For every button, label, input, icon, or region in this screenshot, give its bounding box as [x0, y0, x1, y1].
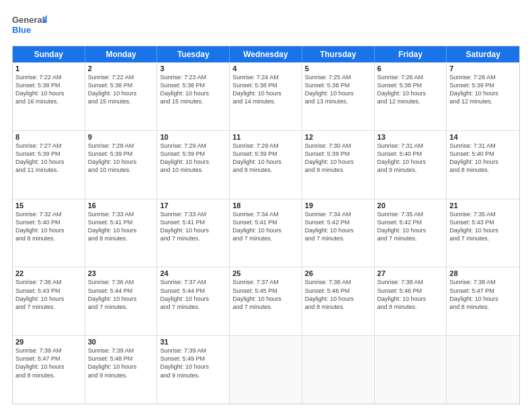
cal-week-1: 1Sunrise: 7:22 AM Sunset: 5:38 PM Daylig…	[13, 62, 519, 131]
day-info: Sunrise: 7:33 AM Sunset: 5:41 PM Dayligh…	[88, 210, 154, 243]
cal-day-17: 17Sunrise: 7:33 AM Sunset: 5:41 PM Dayli…	[157, 199, 230, 267]
day-info: Sunrise: 7:37 AM Sunset: 5:45 PM Dayligh…	[232, 278, 299, 311]
day-number: 28	[449, 269, 517, 277]
day-number: 31	[160, 338, 226, 346]
cal-day-9: 9Sunrise: 7:28 AM Sunset: 5:39 PM Daylig…	[85, 131, 158, 199]
cal-day-27: 27Sunrise: 7:38 AM Sunset: 5:46 PM Dayli…	[375, 267, 447, 335]
cal-day-3: 3Sunrise: 7:23 AM Sunset: 5:38 PM Daylig…	[157, 62, 230, 130]
day-number: 1	[15, 64, 82, 73]
calendar-body: 1Sunrise: 7:22 AM Sunset: 5:38 PM Daylig…	[13, 62, 519, 404]
cal-header-monday: Monday	[85, 46, 158, 62]
day-number: 20	[378, 201, 444, 210]
day-number: 18	[232, 201, 299, 210]
day-number: 12	[305, 133, 371, 141]
day-number: 14	[449, 133, 517, 141]
day-info: Sunrise: 7:29 AM Sunset: 5:39 PM Dayligh…	[160, 142, 226, 175]
calendar: SundayMondayTuesdayWednesdayThursdayFrid…	[12, 46, 520, 404]
logo-icon: General Blue	[12, 11, 47, 38]
cal-week-3: 15Sunrise: 7:32 AM Sunset: 5:40 PM Dayli…	[13, 199, 519, 268]
cal-day-25: 25Sunrise: 7:37 AM Sunset: 5:45 PM Dayli…	[230, 267, 302, 335]
day-number: 30	[88, 338, 154, 346]
day-info: Sunrise: 7:25 AM Sunset: 5:38 PM Dayligh…	[305, 73, 371, 106]
cal-header-sunday: Sunday	[13, 46, 85, 62]
cal-day-20: 20Sunrise: 7:35 AM Sunset: 5:42 PM Dayli…	[375, 199, 447, 267]
cal-day-empty	[447, 336, 519, 404]
cal-header-friday: Friday	[375, 46, 447, 62]
day-info: Sunrise: 7:30 AM Sunset: 5:39 PM Dayligh…	[305, 142, 371, 175]
day-info: Sunrise: 7:32 AM Sunset: 5:40 PM Dayligh…	[15, 210, 82, 243]
day-number: 10	[160, 133, 226, 141]
day-info: Sunrise: 7:38 AM Sunset: 5:46 PM Dayligh…	[378, 278, 444, 311]
day-info: Sunrise: 7:36 AM Sunset: 5:44 PM Dayligh…	[88, 278, 154, 311]
svg-text:Blue: Blue	[12, 25, 31, 35]
cal-header-tuesday: Tuesday	[157, 46, 230, 62]
day-info: Sunrise: 7:33 AM Sunset: 5:41 PM Dayligh…	[160, 210, 226, 243]
day-info: Sunrise: 7:27 AM Sunset: 5:39 PM Dayligh…	[15, 142, 82, 175]
day-info: Sunrise: 7:31 AM Sunset: 5:40 PM Dayligh…	[378, 142, 444, 175]
day-number: 26	[305, 269, 371, 277]
cal-week-5: 29Sunrise: 7:39 AM Sunset: 5:47 PM Dayli…	[13, 336, 519, 404]
day-number: 3	[160, 64, 226, 73]
cal-day-24: 24Sunrise: 7:37 AM Sunset: 5:44 PM Dayli…	[157, 267, 230, 335]
day-info: Sunrise: 7:24 AM Sunset: 5:38 PM Dayligh…	[232, 73, 299, 106]
day-info: Sunrise: 7:39 AM Sunset: 5:48 PM Dayligh…	[88, 347, 154, 379]
day-number: 16	[88, 201, 154, 210]
cal-day-29: 29Sunrise: 7:39 AM Sunset: 5:47 PM Dayli…	[13, 336, 85, 404]
day-info: Sunrise: 7:38 AM Sunset: 5:46 PM Dayligh…	[305, 278, 371, 311]
cal-day-empty	[375, 336, 447, 404]
day-number: 29	[15, 338, 82, 346]
day-info: Sunrise: 7:26 AM Sunset: 5:38 PM Dayligh…	[378, 73, 444, 106]
cal-day-4: 4Sunrise: 7:24 AM Sunset: 5:38 PM Daylig…	[230, 62, 302, 130]
cal-day-23: 23Sunrise: 7:36 AM Sunset: 5:44 PM Dayli…	[85, 267, 158, 335]
cal-day-5: 5Sunrise: 7:25 AM Sunset: 5:38 PM Daylig…	[302, 62, 375, 130]
day-number: 19	[305, 201, 371, 210]
day-number: 5	[305, 64, 371, 73]
day-number: 7	[449, 64, 517, 73]
day-number: 2	[88, 64, 154, 73]
cal-day-14: 14Sunrise: 7:31 AM Sunset: 5:40 PM Dayli…	[447, 131, 519, 199]
cal-day-empty	[302, 336, 375, 404]
day-info: Sunrise: 7:22 AM Sunset: 5:38 PM Dayligh…	[15, 73, 82, 106]
cal-day-21: 21Sunrise: 7:35 AM Sunset: 5:43 PM Dayli…	[447, 199, 519, 267]
day-number: 24	[160, 269, 226, 277]
cal-day-19: 19Sunrise: 7:34 AM Sunset: 5:42 PM Dayli…	[302, 199, 375, 267]
cal-day-2: 2Sunrise: 7:22 AM Sunset: 5:38 PM Daylig…	[85, 62, 158, 130]
cal-day-empty	[230, 336, 302, 404]
cal-day-16: 16Sunrise: 7:33 AM Sunset: 5:41 PM Dayli…	[85, 199, 158, 267]
cal-day-13: 13Sunrise: 7:31 AM Sunset: 5:40 PM Dayli…	[375, 131, 447, 199]
cal-header-thursday: Thursday	[302, 46, 375, 62]
day-number: 21	[449, 201, 517, 210]
cal-day-12: 12Sunrise: 7:30 AM Sunset: 5:39 PM Dayli…	[302, 131, 375, 199]
cal-week-2: 8Sunrise: 7:27 AM Sunset: 5:39 PM Daylig…	[13, 131, 519, 199]
day-info: Sunrise: 7:35 AM Sunset: 5:43 PM Dayligh…	[449, 210, 517, 243]
day-number: 6	[378, 64, 444, 73]
cal-day-22: 22Sunrise: 7:36 AM Sunset: 5:43 PM Dayli…	[13, 267, 85, 335]
calendar-header: SundayMondayTuesdayWednesdayThursdayFrid…	[13, 46, 519, 62]
day-info: Sunrise: 7:34 AM Sunset: 5:42 PM Dayligh…	[305, 210, 371, 243]
day-number: 11	[232, 133, 299, 141]
cal-week-4: 22Sunrise: 7:36 AM Sunset: 5:43 PM Dayli…	[13, 267, 519, 336]
cal-day-10: 10Sunrise: 7:29 AM Sunset: 5:39 PM Dayli…	[157, 131, 230, 199]
day-number: 13	[378, 133, 444, 141]
cal-day-11: 11Sunrise: 7:29 AM Sunset: 5:39 PM Dayli…	[230, 131, 302, 199]
day-number: 23	[88, 269, 154, 277]
day-info: Sunrise: 7:26 AM Sunset: 5:39 PM Dayligh…	[449, 73, 517, 106]
cal-header-saturday: Saturday	[447, 46, 519, 62]
day-number: 15	[15, 201, 82, 210]
day-info: Sunrise: 7:38 AM Sunset: 5:47 PM Dayligh…	[449, 278, 517, 311]
day-number: 22	[15, 269, 82, 277]
cal-day-18: 18Sunrise: 7:34 AM Sunset: 5:41 PM Dayli…	[230, 199, 302, 267]
svg-text:General: General	[12, 15, 44, 25]
cal-day-7: 7Sunrise: 7:26 AM Sunset: 5:39 PM Daylig…	[447, 62, 519, 130]
day-number: 17	[160, 201, 226, 210]
day-number: 9	[88, 133, 154, 141]
day-info: Sunrise: 7:35 AM Sunset: 5:42 PM Dayligh…	[378, 210, 444, 243]
day-number: 4	[232, 64, 299, 73]
day-info: Sunrise: 7:29 AM Sunset: 5:39 PM Dayligh…	[232, 142, 299, 175]
day-info: Sunrise: 7:28 AM Sunset: 5:39 PM Dayligh…	[88, 142, 154, 175]
cal-day-30: 30Sunrise: 7:39 AM Sunset: 5:48 PM Dayli…	[85, 336, 158, 404]
day-info: Sunrise: 7:31 AM Sunset: 5:40 PM Dayligh…	[449, 142, 517, 175]
cal-day-15: 15Sunrise: 7:32 AM Sunset: 5:40 PM Dayli…	[13, 199, 85, 267]
day-info: Sunrise: 7:34 AM Sunset: 5:41 PM Dayligh…	[232, 210, 299, 243]
cal-day-26: 26Sunrise: 7:38 AM Sunset: 5:46 PM Dayli…	[302, 267, 375, 335]
